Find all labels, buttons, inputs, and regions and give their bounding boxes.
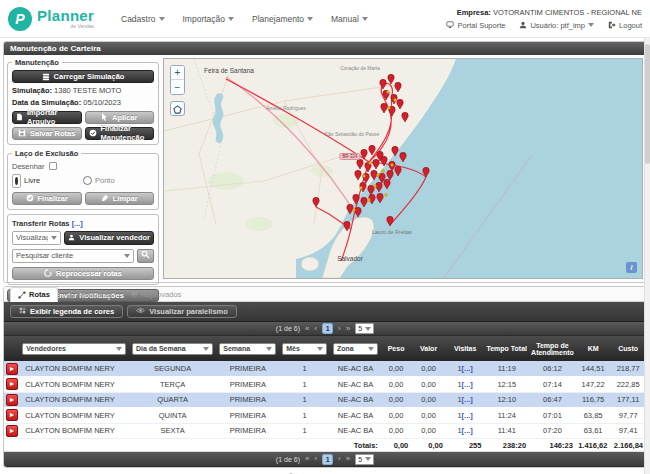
cell-semana: PRIMEIRA: [216, 377, 279, 393]
tab-aprovados[interactable]: Aprovados: [60, 288, 121, 301]
cell-visitas: 1[...]: [446, 377, 485, 393]
file-icon: [16, 113, 23, 121]
finalizar-manutencao-button[interactable]: Finalizar Manutenção: [85, 127, 155, 140]
cell-vendedor: CLAYTON BOMFIM NERY: [19, 361, 129, 377]
visitas-link[interactable]: [...]: [462, 380, 473, 389]
pesquisar-cliente-select[interactable]: Pesquisar cliente: [12, 249, 134, 263]
brush-icon: [101, 194, 109, 202]
data-simulacao-info: Data da Simulação: 05/10/2023: [12, 98, 154, 107]
user-menu[interactable]: Usuário: ptf_imp: [519, 21, 594, 30]
aplicar-button[interactable]: Aplicar: [85, 111, 155, 124]
visitas-link[interactable]: [...]: [462, 426, 473, 435]
user-icon: [68, 234, 75, 241]
filter-mes[interactable]: Mês: [282, 343, 327, 355]
radio-livre[interactable]: Livre: [12, 174, 83, 188]
planner-logo-icon: P: [8, 7, 32, 31]
cell-peso: 0,00: [381, 377, 411, 393]
col-tempo-atendimento: Tempo de Atendimento: [529, 336, 576, 361]
chevron-down-icon: [588, 23, 594, 27]
logout-link[interactable]: Logout: [608, 21, 642, 30]
transferir-rotas-link[interactable]: [...]: [72, 219, 83, 228]
radio-ponto[interactable]: Ponto: [83, 176, 154, 185]
visitas-link[interactable]: [...]: [462, 411, 473, 420]
total-peso: 0,00: [381, 439, 411, 452]
chevron-down-icon: [159, 17, 165, 21]
planner-logo[interactable]: P Planner de Vendas: [8, 7, 113, 31]
cell-dia: TERÇA: [129, 377, 216, 393]
cell-tempo-total: 12:10: [484, 392, 529, 408]
next-page-button[interactable]: ›: [338, 325, 341, 333]
page-size-select[interactable]: 5: [355, 323, 374, 334]
routes-table: Vendedores Dia da Semana Semana Mês Zona…: [4, 336, 646, 452]
cell-dia: QUARTA: [129, 392, 216, 408]
expand-row-button[interactable]: ▸: [6, 394, 18, 406]
cell-zona: NE-AC BA: [330, 408, 381, 424]
finalizar-laco-button[interactable]: Finalizar: [12, 192, 82, 205]
map-attribution-button[interactable]: i: [626, 262, 637, 273]
sidebar: Manutenção Carregar Simulação Simulação:…: [7, 58, 159, 279]
expand-row-button[interactable]: ▸: [6, 363, 18, 375]
route-map[interactable]: Feira de Santana Coração de Maria Amélia…: [163, 58, 643, 279]
cell-peso: 0,00: [381, 408, 411, 424]
desenhar-label: Desenhar: [12, 162, 45, 171]
filter-dia-semana[interactable]: Dia da Semana: [132, 343, 213, 355]
portal-suporte-link[interactable]: Portal Suporte: [446, 21, 505, 30]
current-page-button[interactable]: 1: [322, 454, 333, 465]
cell-custo: 177,11: [610, 392, 646, 408]
expand-row-button[interactable]: ▸: [6, 409, 18, 421]
prev-page-button[interactable]: ‹: [314, 325, 317, 333]
table-row: ▸ CLAYTON BOMFIM NERY SEXTA PRIMEIRA 1 N…: [4, 423, 646, 439]
filter-zona[interactable]: Zona: [333, 343, 378, 355]
cell-km: 116,75: [576, 392, 611, 408]
carregar-simulacao-button[interactable]: Carregar Simulação: [12, 70, 154, 83]
panel-title: Manutenção de Carteira: [4, 42, 646, 55]
draw-polygon-button[interactable]: [170, 101, 185, 116]
table-row: ▸ CLAYTON BOMFIM NERY QUINTA PRIMEIRA 1 …: [4, 408, 646, 424]
chevron-down-icon: [228, 17, 234, 21]
menu-planejamento[interactable]: Planejamento: [252, 14, 313, 24]
expand-row-button[interactable]: ▸: [6, 425, 18, 437]
salvar-rotas-button[interactable]: Salvar Rotas: [12, 127, 82, 140]
limpar-button[interactable]: Limpar: [85, 192, 155, 205]
exibir-legenda-button[interactable]: Exibir legenda de cores: [10, 305, 123, 318]
menu-importacao[interactable]: Importação: [183, 14, 235, 24]
search-button[interactable]: [137, 249, 154, 263]
expander-column-header: [4, 336, 19, 361]
last-page-button[interactable]: »: [346, 325, 350, 333]
cell-visitas: 1[...]: [446, 423, 485, 439]
reprocessar-rotas-button[interactable]: Reprocessar rotas: [12, 267, 154, 280]
logout-icon: [608, 21, 616, 29]
cell-tempo-atend: 07:20: [529, 423, 576, 439]
first-page-button[interactable]: «: [305, 455, 309, 463]
expand-row-button[interactable]: ▸: [6, 378, 18, 390]
zoom-in-button[interactable]: +: [171, 66, 184, 80]
cell-custo: 97,77: [610, 408, 646, 424]
visualizar-vendedor-button[interactable]: Visualizar vendedor: [64, 231, 154, 245]
zoom-out-button[interactable]: −: [171, 80, 184, 94]
current-page-button[interactable]: 1: [322, 323, 333, 334]
transferir-rotas-label: Transferir Rotas [...]: [12, 219, 154, 228]
visualizacao-select[interactable]: Visualização Por Vend...: [12, 231, 61, 245]
filter-semana[interactable]: Semana: [219, 343, 276, 355]
importar-arquivo-button[interactable]: Importar Arquivo: [12, 111, 82, 124]
search-icon: [141, 250, 150, 261]
menu-cadastro[interactable]: Cadastro: [121, 14, 165, 24]
visualizar-paralelismo-button[interactable]: Visualizar paralelismo: [127, 305, 237, 318]
cell-valor: 0,00: [411, 408, 446, 424]
scrollbar-thumb[interactable]: [645, 44, 650, 164]
last-page-button[interactable]: »: [346, 455, 350, 463]
menu-manual[interactable]: Manual: [331, 14, 368, 24]
thumbs-down-icon: [130, 291, 138, 299]
first-page-button[interactable]: «: [305, 325, 309, 333]
tab-reprovados[interactable]: Reprovados: [123, 288, 188, 301]
visitas-link[interactable]: [...]: [462, 364, 473, 373]
tab-rotas[interactable]: Rotas: [10, 287, 58, 302]
desenhar-checkbox[interactable]: [49, 162, 57, 170]
page-scrollbar[interactable]: [644, 38, 650, 474]
page-size-select[interactable]: 5: [355, 454, 374, 465]
visitas-link[interactable]: [...]: [462, 395, 473, 404]
next-page-button[interactable]: ›: [338, 455, 341, 463]
prev-page-button[interactable]: ‹: [314, 455, 317, 463]
filter-vendedores[interactable]: Vendedores: [22, 343, 126, 355]
cell-tempo-atend: 06:47: [529, 392, 576, 408]
